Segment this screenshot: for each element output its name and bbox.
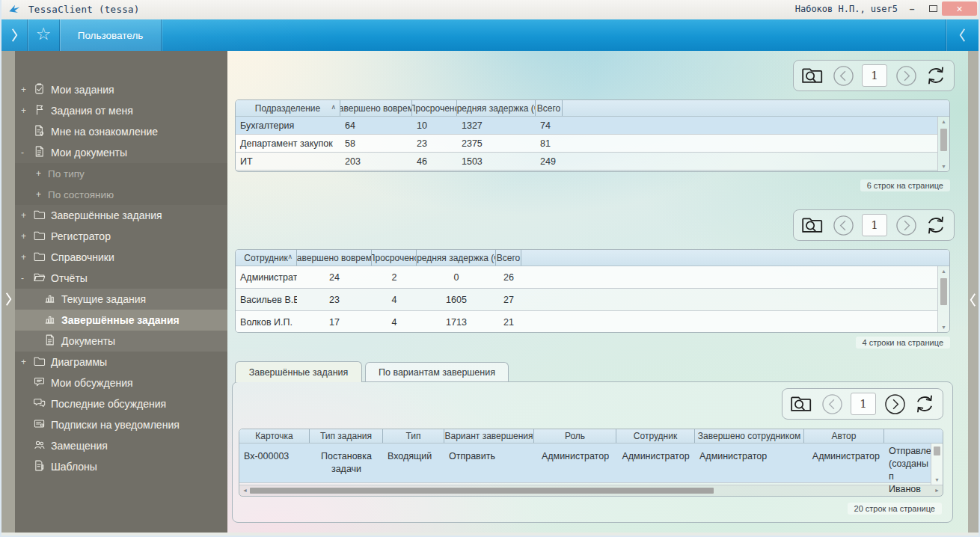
table-row[interactable]: Бухгалтерия 64 10 1327 74: [236, 117, 937, 135]
sidebar-item-for-review[interactable]: Мне на ознакомление: [15, 121, 227, 142]
window-title: TessaClient (tessa): [28, 4, 140, 15]
right-panel-expand-handle[interactable]: [967, 289, 979, 311]
scroll-left-icon[interactable]: ◄: [242, 488, 248, 493]
expander[interactable]: +: [21, 357, 33, 367]
sidebar-item-completed-tasks-report[interactable]: Завершённые задания: [15, 310, 227, 331]
column-header-card[interactable]: Карточка: [239, 429, 310, 443]
tab-by-completion-variant[interactable]: По вариантам завершения: [365, 362, 509, 381]
search-view-icon[interactable]: [789, 393, 813, 414]
user-tab[interactable]: Пользователь: [60, 19, 161, 51]
sidebar-item-documents-report[interactable]: Документы: [15, 331, 227, 352]
next-page-button[interactable]: [895, 215, 917, 236]
sidebar-item-substitutions[interactable]: Замещения: [15, 435, 227, 456]
expander[interactable]: +: [36, 168, 48, 179]
expander[interactable]: -: [21, 273, 33, 283]
expander[interactable]: +: [21, 85, 33, 95]
search-view-icon[interactable]: [800, 215, 824, 236]
expander[interactable]: +: [21, 252, 33, 263]
column-header-completed-by[interactable]: Завершено сотрудником: [695, 429, 804, 443]
sidebar-item-by-type[interactable]: + По типу: [15, 163, 227, 184]
sidebar-item-templates[interactable]: Шаблоны: [15, 456, 227, 477]
column-header-completed-on-time[interactable]: Завершено вовремя: [340, 100, 412, 116]
column-header-overdue[interactable]: Просрочено: [412, 100, 457, 116]
column-header-overdue[interactable]: Просрочено: [372, 250, 417, 266]
expander[interactable]: +: [21, 231, 33, 242]
sidebar-item-my-tasks[interactable]: + Мои задания: [15, 79, 227, 100]
column-header-author[interactable]: Автор: [804, 429, 884, 443]
scrollbar-thumb[interactable]: [250, 488, 714, 494]
sidebar-item-notification-subscriptions[interactable]: Подписки на уведомления: [15, 414, 227, 435]
sidebar-item-by-state[interactable]: + По состоянию: [15, 184, 227, 205]
table-row[interactable]: Департамент закупок 58 23 2375 81: [236, 135, 937, 153]
horizontal-scrollbar[interactable]: ◄ ►: [239, 485, 943, 496]
favorites-button[interactable]: ☆: [28, 19, 59, 51]
column-header-employee[interactable]: Сотрудник: [616, 429, 695, 443]
sidebar-item-my-discussions[interactable]: Мои обсуждения: [15, 372, 227, 393]
scroll-up-icon[interactable]: ▲: [938, 119, 949, 124]
prev-page-button[interactable]: [833, 215, 854, 236]
cell-overdue: 2: [372, 272, 417, 283]
column-header-total[interactable]: Всего: [536, 100, 563, 116]
expander[interactable]: -: [21, 147, 33, 158]
sidebar-item-recent-discussions[interactable]: Последние обсуждения: [15, 393, 227, 414]
column-header-avg-delay[interactable]: Средняя задержка (ч): [417, 250, 496, 266]
sidebar-item-reports[interactable]: - Отчёты: [15, 268, 227, 289]
scroll-up-icon[interactable]: ▲: [938, 268, 949, 274]
table-row[interactable]: Администратор 24 2 0 26: [236, 266, 937, 289]
page-number[interactable]: 1: [851, 393, 876, 415]
page-number[interactable]: 1: [862, 64, 887, 87]
column-header-completion-variant[interactable]: Вариант завершения: [444, 429, 534, 443]
scroll-down-icon[interactable]: ▼: [931, 477, 943, 482]
scrollbar-thumb[interactable]: [940, 278, 947, 305]
vertical-scrollbar[interactable]: ▲ ▼: [937, 117, 949, 171]
scroll-down-icon[interactable]: ▼: [938, 164, 949, 169]
sidebar-item-current-tasks-report[interactable]: Текущие задания: [15, 289, 227, 310]
sidebar-item-completed-tasks[interactable]: + Завершённые задания: [15, 205, 227, 226]
toolbar-back-button[interactable]: [1, 19, 27, 51]
vertical-scrollbar[interactable]: ▲ ▼: [937, 266, 949, 332]
expander[interactable]: +: [21, 210, 33, 221]
column-header-role[interactable]: Роль: [534, 429, 616, 443]
sidebar-expand-handle[interactable]: [2, 288, 14, 310]
table-row[interactable]: Вх-000003 Постановка задачи Входящий Отп…: [239, 444, 931, 483]
scroll-right-icon[interactable]: ►: [934, 488, 940, 493]
column-header-task-type[interactable]: Тип задания: [310, 429, 383, 443]
sidebar-item-directories[interactable]: + Справочники: [15, 247, 227, 268]
refresh-button[interactable]: [925, 215, 947, 236]
column-header-total[interactable]: Всего: [496, 250, 521, 266]
next-page-button[interactable]: [895, 65, 917, 87]
scroll-down-icon[interactable]: ▼: [938, 325, 949, 330]
minimize-button[interactable]: –: [904, 1, 920, 16]
prev-page-button[interactable]: [833, 65, 854, 87]
tab-completed-tasks[interactable]: Завершённые задания: [235, 361, 362, 382]
column-header-type[interactable]: Тип: [383, 429, 444, 443]
search-view-icon[interactable]: [800, 65, 824, 86]
column-header-employee[interactable]: Сотрудник∧: [236, 250, 297, 266]
table-row[interactable]: ИТ 203 46 1503 249: [236, 153, 937, 171]
column-header-avg-delay[interactable]: Средняя задержка (ч): [457, 100, 536, 116]
column-header-department[interactable]: Подразделение∧: [236, 100, 340, 116]
page-number[interactable]: 1: [862, 214, 887, 236]
column-header-result[interactable]: [884, 429, 943, 443]
table-row[interactable]: Волков И.П. 17 4 1713 21: [236, 311, 937, 333]
prev-page-button[interactable]: [821, 393, 843, 415]
toolbar-collapse-button[interactable]: [946, 19, 979, 51]
maximize-button[interactable]: [925, 1, 941, 16]
sidebar-item-my-documents[interactable]: - Мои документы: [15, 142, 227, 163]
close-button[interactable]: ×: [942, 1, 977, 16]
scrollbar-thumb[interactable]: [940, 129, 947, 151]
chevron-right-icon: [10, 27, 19, 43]
expander[interactable]: +: [21, 105, 33, 116]
sidebar-item-diagrams[interactable]: + Диаграммы: [15, 352, 227, 372]
refresh-button[interactable]: [925, 65, 947, 86]
expander[interactable]: +: [36, 189, 48, 200]
sidebar-item-tasks-from-me[interactable]: + Задания от меня: [15, 100, 227, 121]
column-header-completed-on-time[interactable]: Завершено вовремя: [297, 250, 372, 266]
cell-overdue: 23: [412, 138, 457, 149]
sidebar-item-registrar[interactable]: + Регистратор: [15, 226, 227, 247]
vertical-scrollbar[interactable]: ▼: [931, 444, 943, 485]
refresh-button[interactable]: [913, 393, 936, 414]
scrollbar-thumb[interactable]: [934, 447, 940, 455]
next-page-button[interactable]: [884, 393, 906, 415]
table-row[interactable]: Васильев В.В. 23 4 1605 27: [236, 289, 937, 311]
